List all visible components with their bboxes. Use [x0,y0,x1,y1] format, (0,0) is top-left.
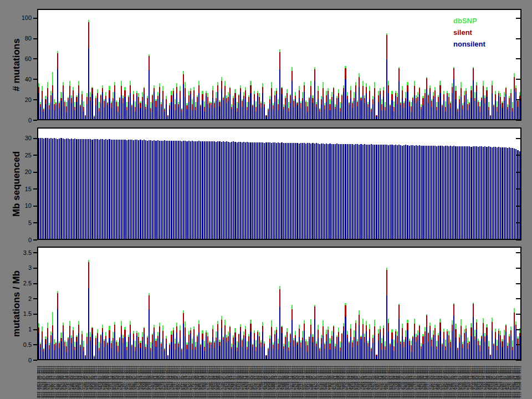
sample-bar [442,10,443,119]
sample-bar [340,129,341,239]
sample-bar [504,248,505,359]
sample-bar [161,10,162,119]
sample-bar [328,10,329,119]
sample-bar [248,248,249,359]
sample-bar [243,248,244,359]
sample-bar [200,129,201,239]
sample-bar [133,10,134,119]
y-tick-label: 0 [3,357,32,364]
sample-bar [310,129,311,239]
sample-bar [431,248,432,359]
sample-bar [509,10,510,119]
sample-bar [447,129,448,239]
sample-bar [38,248,39,359]
sample-bar [95,248,96,359]
y-tick-label: 3.5 [3,249,32,257]
sample-bar [502,129,503,239]
sample-bar [197,248,198,359]
sample-bar [124,129,125,239]
sample-bar [40,129,41,239]
sample-bar [357,10,358,119]
sample-bar [234,129,236,239]
sample-bar [121,248,122,359]
sample-bar [439,129,441,239]
sample-bar [402,129,403,239]
sample-bar [469,129,470,239]
sample-bar [166,129,167,239]
sample-bar [49,129,50,239]
sample-bar [504,10,505,119]
sample-bar [433,129,434,239]
sample-bar [488,10,489,119]
sample-bar [510,10,511,119]
sample-bar [99,129,100,239]
sample-bar [257,129,258,239]
sample-bar [80,10,81,119]
sample-bar [54,129,55,239]
sample-bar [66,129,67,239]
sample-bar [255,248,257,359]
sample-bar [264,10,265,119]
sample-bar [448,129,449,239]
sample-bar [147,248,148,359]
sample-bar [257,10,258,119]
sample-bar [250,10,251,119]
sample-bar [386,10,387,119]
sample-bar [121,10,122,119]
sample-bar [166,10,167,119]
sample-bar [274,129,275,239]
y-tick-mark-left [33,58,37,59]
sample-bar [416,10,417,119]
sample-bar [159,248,160,359]
sample-bar [407,10,408,119]
y-tick-label: 30 [3,135,32,142]
sample-bar [493,248,494,359]
sample-bar [439,10,441,119]
sample-bar [161,129,162,239]
sample-bar [295,248,296,359]
sample-bar [438,129,439,239]
sample-bar [214,129,215,239]
sample-bar [114,10,115,119]
sample-bar [283,10,284,119]
sample-bar [336,129,337,239]
sample-bar [288,129,289,239]
y-tick-mark-left [33,155,37,156]
y-tick-mark-right [516,314,521,315]
sample-bar [338,129,339,239]
sample-bar [100,10,101,119]
sample-bar [492,10,493,119]
sample-bar [206,129,207,239]
sample-bar [254,10,255,119]
sample-bar [100,129,101,239]
sample-bar [290,129,291,239]
sample-bar [402,248,403,359]
sample-bar [124,10,125,119]
sample-bar [421,10,422,119]
sample-bar [378,248,379,359]
sample-bar [200,248,201,359]
sample-bar [207,248,208,359]
sample-bar [238,10,239,119]
sample-bar [290,248,291,359]
sample-bar [331,248,332,359]
sample-bar [64,10,65,119]
sample-bar [55,248,57,359]
sample-bar [347,129,348,239]
sample-bar [349,129,350,239]
sample-bar [498,248,499,359]
sample-bar [314,129,315,239]
sample-bar [324,10,325,119]
sample-bar [154,129,155,239]
sample-bar [247,248,248,359]
sample-bar [507,10,508,119]
sample-bar [328,129,329,239]
sample-bar [262,129,263,239]
sample-bar [124,248,125,359]
sample-bar [268,10,269,119]
sample-bar [60,129,62,239]
sample-bar [509,248,510,359]
sample-bar [50,248,52,359]
sample-bar [433,248,434,359]
sample-bar [296,248,298,359]
